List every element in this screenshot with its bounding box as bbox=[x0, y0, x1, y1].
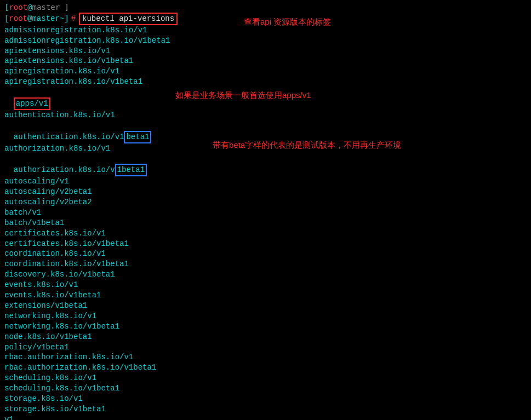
api-version-line: rbac.authorization.k8s.io/v1 bbox=[4, 352, 527, 363]
api-version-line: v1 bbox=[4, 415, 527, 420]
api-version-line: storage.k8s.io/v1 bbox=[4, 394, 527, 404]
api-version-line: authentication.k8s.io/v1 bbox=[4, 110, 527, 120]
api-version-line: apiextensions.k8s.io/v1 bbox=[4, 46, 527, 56]
auth-prefix: authentication.k8s.io/v1 bbox=[14, 133, 124, 141]
prompt-open-bracket: [ bbox=[4, 14, 9, 24]
annotation-apps-v1-preferred: 如果是业务场景一般首选使用apps/v1 bbox=[175, 90, 311, 101]
command-highlight-box: kubectl api-versions bbox=[79, 13, 178, 25]
apps-v1-highlight-box: apps/v1 bbox=[14, 97, 50, 110]
prompt-cwd: ~ bbox=[60, 14, 64, 24]
api-version-line: storage.k8s.io/v1beta1 bbox=[4, 404, 527, 415]
api-version-line: autoscaling/v2beta2 bbox=[4, 197, 527, 208]
command-text: kubectl api-versions bbox=[82, 14, 174, 23]
api-version-line: discovery.k8s.io/v1beta1 bbox=[4, 269, 527, 280]
api-version-line: scheduling.k8s.io/v1 bbox=[4, 373, 527, 383]
output-block-1: admissionregistration.k8s.io/v1 admissio… bbox=[4, 25, 527, 87]
beta-highlight-box: beta1 bbox=[124, 131, 151, 143]
api-version-line: extensions/v1beta1 bbox=[4, 301, 527, 311]
output-block-4: autoscaling/v1 autoscaling/v2beta1 autos… bbox=[4, 176, 527, 420]
beta-highlight-box: 1beta1 bbox=[115, 164, 147, 176]
api-version-line: rbac.authorization.k8s.io/v1beta1 bbox=[4, 363, 527, 373]
api-version-line: certificates.k8s.io/v1 bbox=[4, 228, 527, 239]
api-version-line: policy/v1beta1 bbox=[4, 342, 527, 353]
prompt-close-bracket: ] bbox=[64, 14, 68, 24]
api-version-line: networking.k8s.io/v1beta1 bbox=[4, 321, 527, 332]
api-version-line: events.k8s.io/v1beta1 bbox=[4, 290, 527, 301]
api-version-line: batch/v1beta1 bbox=[4, 218, 527, 228]
api-version-line: autoscaling/v2beta1 bbox=[4, 187, 527, 197]
api-version-line: coordination.k8s.io/v1 bbox=[4, 249, 527, 259]
api-version-line: batch/v1 bbox=[4, 208, 527, 218]
api-version-line: coordination.k8s.io/v1beta1 bbox=[4, 259, 527, 269]
api-version-line: autoscaling/v1 bbox=[4, 176, 527, 187]
prompt-at: @ bbox=[27, 14, 32, 24]
authz-prefix: authorization.k8s.io/v bbox=[14, 165, 115, 174]
api-version-line: apiregistration.k8s.io/v1beta1 bbox=[4, 77, 527, 87]
annotation-beta-meaning: 带有beta字样的代表的是测试版本，不用再生产环境 bbox=[213, 140, 401, 151]
prompt-user: root bbox=[9, 14, 27, 24]
api-version-line: certificates.k8s.io/v1beta1 bbox=[4, 239, 527, 249]
prompt-hash: # bbox=[71, 14, 76, 24]
output-block-2: authentication.k8s.io/v1 bbox=[4, 110, 527, 120]
api-version-line: scheduling.k8s.io/v1beta1 bbox=[4, 383, 527, 394]
annotation-view-api-versions: 查看api 资源版本的标签 bbox=[244, 16, 331, 27]
api-version-line: apiregistration.k8s.io/v1 bbox=[4, 66, 527, 77]
previous-prompt-partial: [root@master ] bbox=[4, 2, 527, 13]
api-version-line: apiextensions.k8s.io/v1beta1 bbox=[4, 56, 527, 66]
prompt-host: master bbox=[32, 14, 59, 24]
api-version-line: events.k8s.io/v1 bbox=[4, 280, 527, 290]
api-version-line: node.k8s.io/v1beta1 bbox=[4, 332, 527, 342]
api-version-line: admissionregistration.k8s.io/v1beta1 bbox=[4, 36, 527, 46]
api-version-authz-beta-line: authorization.k8s.io/v1beta1 bbox=[4, 153, 527, 176]
api-version-line: networking.k8s.io/v1 bbox=[4, 311, 527, 321]
